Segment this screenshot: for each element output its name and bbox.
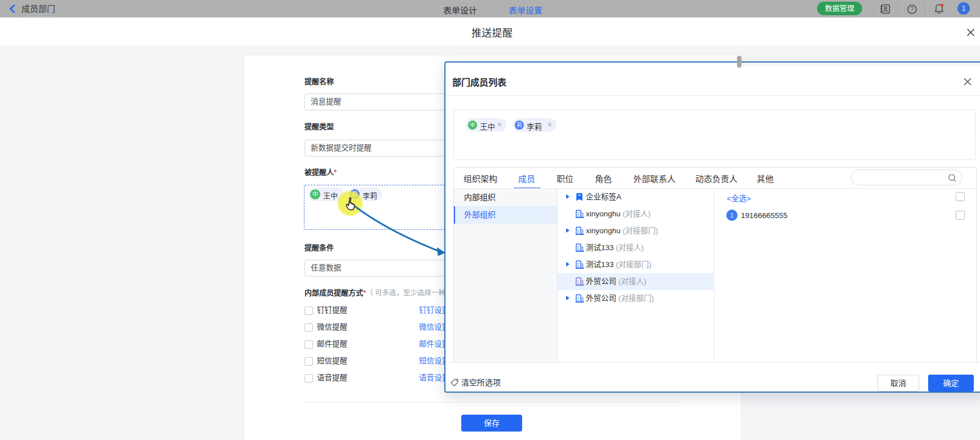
svg-text:?: ? (911, 6, 914, 12)
